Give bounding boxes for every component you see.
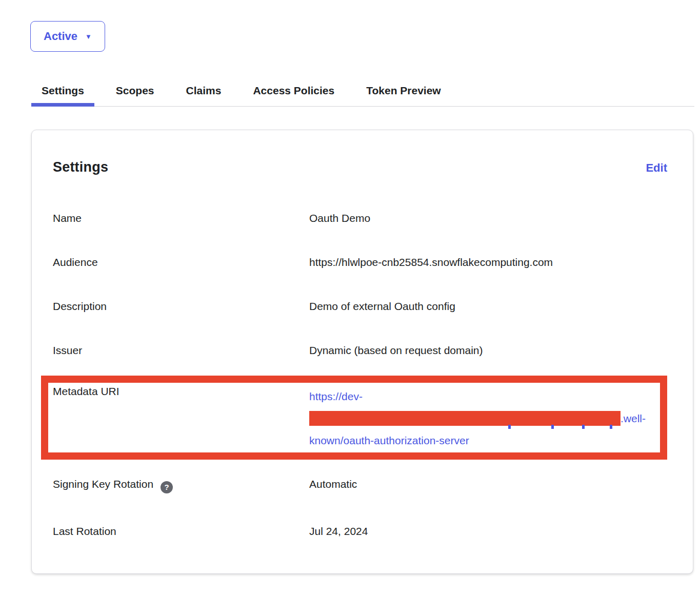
tab-token-preview[interactable]: Token Preview (356, 85, 451, 106)
last-rotation-label: Last Rotation (53, 525, 309, 538)
field-row-last-rotation: Last Rotation Jul 24, 2024 (53, 525, 667, 538)
chevron-down-icon: ▼ (85, 33, 92, 40)
metadata-uri-link[interactable]: https://dev- .well- known/oauth-authoriz… (309, 385, 646, 451)
last-rotation-value: Jul 24, 2024 (309, 525, 368, 538)
status-dropdown-label: Active (44, 30, 77, 43)
audience-label: Audience (53, 256, 309, 268)
signing-key-rotation-value: Automatic (309, 478, 357, 490)
field-row-metadata-uri: Metadata URI https://dev- .well- known/o… (53, 385, 667, 451)
field-row-description: Description Demo of external Oauth confi… (53, 300, 667, 313)
description-label: Description (53, 300, 309, 313)
metadata-uri-line-3: known/oauth-authorization-server (309, 429, 646, 451)
field-row-name: Name Oauth Demo (53, 212, 667, 224)
audience-value: https://hlwlpoe-cnb25854.snowflakecomput… (309, 256, 553, 268)
redaction-block (309, 411, 621, 426)
field-row-audience: Audience https://hlwlpoe-cnb25854.snowfl… (53, 256, 667, 268)
tab-settings[interactable]: Settings (31, 85, 94, 106)
tab-scopes[interactable]: Scopes (106, 85, 165, 106)
metadata-uri-line-2-suffix: .well- (621, 412, 646, 424)
field-row-signing-key-rotation: Signing Key Rotation? Automatic (53, 478, 667, 493)
status-dropdown-button[interactable]: Active ▼ (30, 21, 105, 52)
settings-panel-header: Settings Edit (53, 159, 667, 175)
issuer-value: Dynamic (based on request domain) (309, 344, 483, 357)
description-value: Demo of external Oauth config (309, 300, 455, 313)
metadata-uri-label: Metadata URI (53, 385, 309, 398)
name-label: Name (53, 212, 309, 224)
metadata-uri-line-1: https://dev- (309, 385, 646, 407)
field-row-issuer: Issuer Dynamic (based on request domain) (53, 344, 667, 357)
metadata-uri-line-2: .well- (309, 407, 646, 429)
tab-bar: Settings Scopes Claims Access Policies T… (31, 85, 694, 107)
edit-button[interactable]: Edit (646, 161, 667, 175)
tab-access-policies[interactable]: Access Policies (243, 85, 345, 106)
issuer-label: Issuer (53, 344, 309, 357)
tab-claims[interactable]: Claims (176, 85, 232, 106)
panel-title: Settings (53, 159, 108, 175)
name-value: Oauth Demo (309, 212, 370, 224)
help-icon[interactable]: ? (161, 481, 173, 493)
settings-panel: Settings Edit Name Oauth Demo Audience h… (31, 130, 693, 574)
signing-key-rotation-label: Signing Key Rotation? (53, 478, 309, 493)
